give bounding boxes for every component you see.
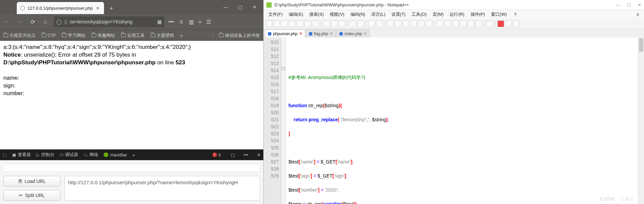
minimize-icon[interactable]: — — [223, 4, 228, 10]
menu-settings[interactable]: 设置(T) — [389, 11, 409, 18]
funclist-icon[interactable] — [468, 20, 474, 27]
tab-hackbar[interactable]: HackBar — [104, 152, 127, 157]
zoomout-icon[interactable] — [395, 20, 401, 27]
menu-icon[interactable]: ☰ — [206, 19, 211, 25]
saveall-icon[interactable] — [289, 20, 296, 27]
tab-network[interactable]: ↑↓ 网络 — [84, 152, 98, 158]
find-icon[interactable] — [368, 20, 375, 27]
paste-icon[interactable] — [338, 20, 345, 27]
tab-console[interactable]: ▷ 控制台 — [36, 152, 54, 158]
menu-window[interactable]: 窗口(W) — [488, 11, 509, 18]
allchars-icon[interactable] — [418, 20, 425, 27]
forward-icon[interactable]: → — [15, 17, 24, 26]
menu-help[interactable]: ? — [512, 11, 519, 18]
menu-language[interactable]: 语言(L) — [369, 11, 388, 18]
more-icon[interactable]: ••• — [168, 19, 174, 25]
reload-icon[interactable]: ⟳ — [28, 17, 37, 26]
copy-icon[interactable] — [331, 20, 337, 27]
menu-file[interactable]: 文件(F) — [266, 11, 285, 18]
url-box[interactable]: ◯ ▯ ▦ — [54, 16, 164, 27]
chevron-icon[interactable]: » — [199, 19, 202, 25]
url-input[interactable] — [70, 19, 155, 24]
more-icon[interactable]: ••• — [244, 152, 248, 157]
maximize-icon[interactable]: ▢ — [238, 4, 243, 10]
split-url-button[interactable]: ✂Split URL — [3, 190, 60, 201]
new-icon[interactable] — [266, 20, 272, 27]
fold-margin[interactable]: - — [281, 38, 286, 204]
monitor-icon[interactable] — [486, 20, 493, 27]
closeall-icon[interactable] — [304, 20, 311, 27]
load-url-button[interactable]: 🖹Load URL — [3, 176, 60, 187]
menu-close-x[interactable]: X — [636, 12, 642, 17]
close-icon[interactable]: ✕ — [96, 6, 101, 10]
file-tab-flag[interactable]: flag.php✕ — [306, 29, 336, 38]
open-icon[interactable] — [273, 20, 280, 27]
play-icon[interactable] — [513, 20, 520, 27]
redo-icon[interactable] — [357, 20, 364, 27]
save-icon[interactable] — [281, 20, 288, 27]
yzy-watermark: 亿速云 — [620, 196, 634, 202]
menu-plugins[interactable]: 插件(P) — [468, 11, 488, 18]
menu-edit[interactable]: 编辑(E) — [286, 11, 306, 18]
library-icon[interactable]: ⫼ — [179, 19, 184, 25]
hackbar-url-field[interactable]: http://127.0.0.1/phpunser/phpunser.php/?… — [64, 176, 260, 201]
tab-close-icon[interactable]: ✕ — [330, 31, 333, 36]
tab-debugger[interactable]: ⬭ 调试器 — [60, 152, 78, 158]
maximize-icon[interactable]: ▢ — [627, 2, 631, 7]
folder-icon[interactable] — [452, 20, 459, 27]
bookmark-item[interactable]: 学习网站 — [62, 32, 86, 39]
record-icon[interactable] — [497, 20, 504, 27]
bookmark-item[interactable]: 主题壁纸 — [151, 32, 174, 39]
menu-tools[interactable]: 工具(O) — [409, 11, 429, 18]
minimize-icon[interactable]: — — [616, 2, 620, 7]
devtools-close-icon[interactable]: ✕ — [257, 152, 261, 157]
close-window-icon[interactable]: ✕ — [253, 4, 257, 10]
undo-icon[interactable] — [350, 20, 356, 27]
new-tab-button[interactable]: ＋ — [107, 3, 116, 13]
doc-icon[interactable] — [460, 20, 467, 27]
menu-view[interactable]: 视图(V) — [327, 11, 347, 18]
menu-search[interactable]: 搜索(S) — [307, 11, 326, 18]
back-icon[interactable]: ← — [3, 17, 11, 26]
tab-close-icon[interactable]: ✕ — [299, 31, 302, 36]
indent-icon[interactable] — [426, 20, 432, 27]
bookmark-item[interactable]: CTF — [42, 33, 56, 38]
fold-icon[interactable] — [437, 20, 443, 27]
replace-icon[interactable] — [376, 20, 383, 27]
menu-encoding[interactable]: 编码(N) — [348, 11, 368, 18]
stop-icon[interactable] — [505, 20, 512, 27]
pick-element-icon[interactable]: ⬚ — [3, 152, 7, 157]
bookmark-item[interactable]: 有趣网站 — [92, 32, 115, 39]
wrap-icon[interactable] — [410, 20, 417, 27]
vertical-scrollbar[interactable] — [638, 38, 644, 204]
chevron-icon[interactable]: » — [132, 152, 135, 157]
bookmark-mobile[interactable]: 移动设备上的书签 — [219, 32, 260, 39]
print-icon[interactable] — [312, 20, 319, 27]
menu-macro[interactable]: 宏(M) — [430, 11, 446, 18]
tab-inspector[interactable]: ▣ 查看器 — [12, 152, 31, 158]
file-tab-phpunser[interactable]: phpunser.php✕ — [265, 29, 305, 38]
chevron-icon[interactable]: » — [180, 33, 182, 38]
file-tab-index[interactable]: index.php✕ — [336, 29, 370, 38]
docmap-icon[interactable] — [475, 20, 482, 27]
sync-icon[interactable] — [402, 20, 409, 27]
close-icon[interactable]: ✕ — [638, 2, 641, 7]
bookmark-item[interactable]: 实用工具 — [121, 32, 145, 39]
menu-run[interactable]: 运行(R) — [447, 11, 467, 18]
fold-box-icon[interactable]: - — [282, 67, 285, 70]
dock-icon[interactable]: ▢ — [231, 152, 235, 157]
hackbar-top-field[interactable] — [3, 164, 260, 172]
scrollbar-thumb[interactable] — [639, 38, 643, 52]
reader-icon[interactable]: ▥ — [189, 19, 194, 25]
cut-icon[interactable] — [323, 20, 330, 27]
tab-close-icon[interactable]: ✕ — [364, 31, 367, 36]
browser-tab-active[interactable]: 127.0.0.1/phpunser/phpunser.php ✕ — [17, 2, 104, 14]
qr-icon[interactable]: ▦ — [157, 19, 162, 24]
home-icon[interactable]: ⌂ — [41, 17, 50, 26]
unfold-icon[interactable] — [444, 20, 451, 27]
close-icon[interactable] — [297, 20, 303, 27]
bookmark-item[interactable]: 火狐官方站点 — [3, 32, 36, 39]
zoomin-icon[interactable] — [387, 20, 394, 27]
code-area[interactable]: #参考Mr. Anonymous师傅的代码学习 function str_rep… — [286, 38, 638, 204]
error-badge[interactable]: !3 — [212, 152, 221, 157]
